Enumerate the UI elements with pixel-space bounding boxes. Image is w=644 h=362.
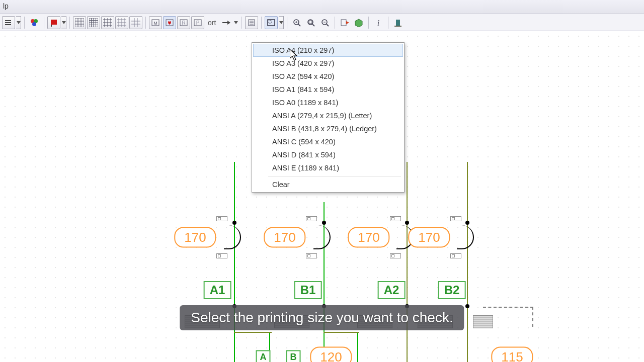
svg-marker-67 [355, 19, 362, 27]
node-dot [322, 221, 326, 225]
svg-rect-10 [75, 18, 84, 27]
svg-text:M: M [153, 21, 157, 26]
node-label: B1 [294, 281, 322, 299]
menu-separator [268, 176, 401, 176]
terminal [306, 216, 317, 221]
grid-4-button[interactable] [115, 16, 128, 29]
component-value: 115 [491, 347, 533, 363]
svg-line-63 [327, 24, 329, 26]
svg-marker-3 [17, 21, 21, 24]
snap-p-button[interactable]: P [191, 16, 204, 29]
component-value: 170 [174, 227, 216, 248]
node-label: A1 [204, 281, 231, 299]
door-button[interactable] [391, 16, 405, 29]
zoom-out-button[interactable] [318, 16, 332, 29]
zoom-in-button[interactable] [290, 16, 303, 29]
snap-r-button[interactable]: R [177, 16, 190, 29]
svg-point-6 [32, 22, 36, 26]
svg-marker-71 [290, 49, 297, 60]
toolbar: M R P ort i [0, 14, 644, 31]
terminal [450, 216, 461, 221]
menu-item-ansi-a[interactable]: ANSI A (279,4 x 215,9) (Letter) [253, 109, 403, 122]
svg-rect-2 [5, 24, 11, 25]
svg-rect-0 [5, 20, 11, 21]
svg-marker-47 [234, 21, 238, 24]
export-button[interactable] [338, 16, 351, 29]
layer-dropdown-button[interactable] [2, 16, 15, 29]
package-button[interactable] [352, 16, 365, 29]
page-size-dropdown-caret[interactable] [279, 16, 284, 29]
layer-dropdown-caret[interactable] [16, 16, 21, 29]
menu-item-ansi-b[interactable]: ANSI B (431,8 x 279,4) (Ledger) [253, 122, 403, 135]
terminal [306, 253, 317, 258]
terminal [450, 253, 461, 258]
menu-item-ansi-d[interactable]: ANSI D (841 x 594) [253, 148, 403, 161]
menu-item-help-fragment[interactable]: lp [3, 2, 9, 10]
menu-item-iso-a1[interactable]: ISO A1 (841 x 594) [253, 83, 403, 96]
menu-item-iso-a3[interactable]: ISO A3 (420 x 297) [253, 57, 403, 70]
list-button[interactable] [245, 16, 258, 29]
wire [467, 162, 468, 362]
instruction-caption: Select the printing size you want to che… [180, 305, 464, 330]
node-dot [465, 221, 469, 225]
node-dot [232, 221, 236, 225]
menu-item-iso-a4[interactable]: ISO A4 (210 x 297) [253, 44, 403, 57]
terminal [390, 216, 401, 221]
svg-line-56 [298, 24, 300, 26]
svg-rect-1 [5, 22, 11, 23]
zoom-fit-button[interactable] [304, 16, 317, 29]
terminal [390, 253, 401, 258]
node-label: B2 [438, 281, 466, 299]
svg-rect-69 [396, 20, 400, 26]
component-value: 170 [348, 227, 389, 248]
terminal [216, 253, 227, 258]
component-value: 120 [310, 347, 352, 363]
grid-1-button[interactable] [73, 16, 86, 29]
snap-m-button[interactable]: M [149, 16, 162, 29]
node-dot [405, 221, 409, 225]
node-label: A [256, 350, 271, 363]
grid-5-button[interactable] [129, 16, 142, 29]
mouse-cursor-icon [290, 49, 300, 62]
svg-rect-53 [269, 21, 272, 23]
node-label: A2 [378, 281, 406, 299]
page-size-button[interactable] [265, 16, 278, 29]
arrow-right-button[interactable] [219, 16, 232, 29]
svg-marker-9 [62, 21, 66, 24]
svg-marker-46 [227, 21, 230, 25]
contact-symbol [457, 225, 474, 249]
svg-marker-66 [346, 21, 349, 24]
svg-line-60 [312, 24, 314, 26]
flag-button[interactable] [47, 16, 60, 29]
wire [407, 162, 408, 362]
menu-item-iso-a2[interactable]: ISO A2 (594 x 420) [253, 70, 403, 83]
snap-heart-button[interactable] [163, 16, 176, 29]
terminal [216, 216, 227, 221]
color-palette-button[interactable] [28, 16, 41, 29]
svg-rect-65 [341, 20, 346, 26]
ort-label: ort [205, 16, 218, 29]
menubar: lp [0, 0, 644, 14]
menu-item-ansi-e[interactable]: ANSI E (1189 x 841) [253, 161, 403, 174]
flag-dropdown-caret[interactable] [61, 16, 66, 29]
svg-marker-7 [51, 20, 57, 25]
menu-item-clear[interactable]: Clear [253, 178, 403, 191]
wire [357, 333, 358, 362]
menu-item-iso-a0[interactable]: ISO A0 (1189 x 841) [253, 96, 403, 109]
grid-3-button[interactable] [101, 16, 114, 29]
menu-item-ansi-c[interactable]: ANSI C (594 x 420) [253, 135, 403, 148]
contact-symbol [313, 225, 331, 249]
arrow-dropdown-caret[interactable] [233, 16, 238, 29]
info-button[interactable]: i [372, 16, 385, 29]
contact-symbol [224, 225, 241, 249]
svg-text:i: i [377, 19, 379, 27]
component-value: 170 [408, 227, 450, 248]
svg-rect-70 [394, 26, 401, 27]
wire [324, 332, 359, 333]
node-label: B [286, 350, 301, 363]
svg-rect-61 [309, 21, 312, 24]
grid-2-button[interactable] [87, 16, 100, 29]
component-value: 170 [264, 227, 305, 248]
svg-text:P: P [196, 20, 200, 26]
svg-marker-54 [279, 21, 283, 24]
